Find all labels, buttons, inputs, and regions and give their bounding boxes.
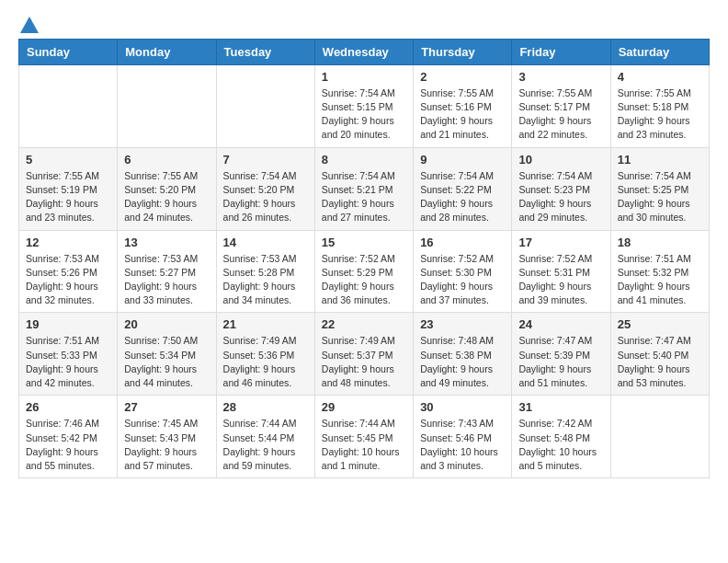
calendar-week-row: 12Sunrise: 7:53 AM Sunset: 5:26 PM Dayli… bbox=[19, 230, 710, 313]
day-number: 18 bbox=[618, 236, 702, 249]
calendar-day-cell: 31Sunrise: 7:42 AM Sunset: 5:48 PM Dayli… bbox=[512, 396, 610, 478]
day-info: Sunrise: 7:55 AM Sunset: 5:16 PM Dayligh… bbox=[420, 86, 505, 143]
day-info: Sunrise: 7:47 AM Sunset: 5:40 PM Dayligh… bbox=[618, 334, 702, 390]
day-of-week-header: Friday bbox=[512, 39, 610, 64]
day-info: Sunrise: 7:49 AM Sunset: 5:36 PM Dayligh… bbox=[223, 334, 308, 390]
day-info: Sunrise: 7:54 AM Sunset: 5:23 PM Dayligh… bbox=[518, 169, 603, 225]
day-info: Sunrise: 7:46 AM Sunset: 5:42 PM Dayligh… bbox=[26, 417, 110, 473]
day-info: Sunrise: 7:45 AM Sunset: 5:43 PM Dayligh… bbox=[124, 417, 209, 473]
calendar-week-row: 1Sunrise: 7:54 AM Sunset: 5:15 PM Daylig… bbox=[19, 64, 710, 147]
day-info: Sunrise: 7:54 AM Sunset: 5:15 PM Dayligh… bbox=[322, 86, 406, 143]
day-number: 31 bbox=[518, 400, 603, 414]
day-info: Sunrise: 7:42 AM Sunset: 5:48 PM Dayligh… bbox=[518, 417, 603, 473]
day-info: Sunrise: 7:55 AM Sunset: 5:18 PM Dayligh… bbox=[618, 86, 702, 143]
calendar-header-row: SundayMondayTuesdayWednesdayThursdayFrid… bbox=[19, 39, 710, 64]
day-info: Sunrise: 7:55 AM Sunset: 5:20 PM Dayligh… bbox=[124, 169, 209, 225]
calendar-day-cell: 26Sunrise: 7:46 AM Sunset: 5:42 PM Dayli… bbox=[19, 396, 118, 478]
svg-marker-0 bbox=[20, 17, 39, 33]
day-info: Sunrise: 7:53 AM Sunset: 5:27 PM Dayligh… bbox=[124, 252, 209, 308]
day-number: 7 bbox=[223, 153, 308, 167]
day-number: 15 bbox=[322, 236, 406, 249]
day-number: 17 bbox=[518, 236, 603, 249]
calendar-day-cell: 27Sunrise: 7:45 AM Sunset: 5:43 PM Dayli… bbox=[118, 396, 216, 478]
day-number: 5 bbox=[26, 153, 110, 167]
day-number: 2 bbox=[420, 70, 505, 84]
day-info: Sunrise: 7:44 AM Sunset: 5:44 PM Dayligh… bbox=[223, 417, 308, 473]
calendar-day-cell: 22Sunrise: 7:49 AM Sunset: 5:37 PM Dayli… bbox=[314, 313, 413, 396]
calendar-day-cell: 13Sunrise: 7:53 AM Sunset: 5:27 PM Dayli… bbox=[118, 230, 216, 313]
calendar-day-cell: 30Sunrise: 7:43 AM Sunset: 5:46 PM Dayli… bbox=[414, 396, 512, 478]
calendar-day-cell: 20Sunrise: 7:50 AM Sunset: 5:34 PM Dayli… bbox=[118, 313, 216, 396]
header bbox=[18, 15, 710, 28]
calendar-day-cell: 4Sunrise: 7:55 AM Sunset: 5:18 PM Daylig… bbox=[610, 64, 709, 147]
calendar-week-row: 26Sunrise: 7:46 AM Sunset: 5:42 PM Dayli… bbox=[19, 396, 710, 478]
calendar-day-cell: 9Sunrise: 7:54 AM Sunset: 5:22 PM Daylig… bbox=[414, 147, 512, 230]
day-number: 12 bbox=[26, 236, 110, 249]
day-info: Sunrise: 7:53 AM Sunset: 5:26 PM Dayligh… bbox=[26, 252, 110, 308]
day-of-week-header: Sunday bbox=[19, 39, 118, 64]
day-info: Sunrise: 7:54 AM Sunset: 5:25 PM Dayligh… bbox=[618, 169, 702, 225]
calendar-day-cell: 18Sunrise: 7:51 AM Sunset: 5:32 PM Dayli… bbox=[610, 230, 709, 313]
calendar-day-cell bbox=[19, 64, 118, 147]
calendar-day-cell: 12Sunrise: 7:53 AM Sunset: 5:26 PM Dayli… bbox=[19, 230, 118, 313]
calendar-day-cell: 15Sunrise: 7:52 AM Sunset: 5:29 PM Dayli… bbox=[314, 230, 413, 313]
calendar-day-cell: 28Sunrise: 7:44 AM Sunset: 5:44 PM Dayli… bbox=[216, 396, 314, 478]
calendar: SundayMondayTuesdayWednesdayThursdayFrid… bbox=[18, 39, 710, 478]
day-number: 11 bbox=[618, 153, 702, 167]
logo bbox=[18, 15, 37, 28]
calendar-day-cell bbox=[216, 64, 314, 147]
day-number: 21 bbox=[223, 317, 308, 331]
day-of-week-header: Tuesday bbox=[216, 39, 314, 64]
day-info: Sunrise: 7:49 AM Sunset: 5:37 PM Dayligh… bbox=[322, 334, 406, 390]
day-number: 24 bbox=[518, 317, 603, 331]
day-number: 30 bbox=[420, 400, 505, 414]
calendar-day-cell bbox=[610, 396, 709, 478]
calendar-day-cell: 14Sunrise: 7:53 AM Sunset: 5:28 PM Dayli… bbox=[216, 230, 314, 313]
day-number: 19 bbox=[26, 317, 110, 331]
calendar-day-cell: 16Sunrise: 7:52 AM Sunset: 5:30 PM Dayli… bbox=[414, 230, 512, 313]
day-info: Sunrise: 7:54 AM Sunset: 5:22 PM Dayligh… bbox=[420, 169, 505, 225]
day-info: Sunrise: 7:52 AM Sunset: 5:31 PM Dayligh… bbox=[518, 252, 603, 308]
day-info: Sunrise: 7:55 AM Sunset: 5:19 PM Dayligh… bbox=[26, 169, 110, 225]
calendar-day-cell: 29Sunrise: 7:44 AM Sunset: 5:45 PM Dayli… bbox=[314, 396, 413, 478]
calendar-day-cell: 11Sunrise: 7:54 AM Sunset: 5:25 PM Dayli… bbox=[610, 147, 709, 230]
calendar-day-cell: 6Sunrise: 7:55 AM Sunset: 5:20 PM Daylig… bbox=[118, 147, 216, 230]
calendar-day-cell: 7Sunrise: 7:54 AM Sunset: 5:20 PM Daylig… bbox=[216, 147, 314, 230]
calendar-day-cell: 5Sunrise: 7:55 AM Sunset: 5:19 PM Daylig… bbox=[19, 147, 118, 230]
calendar-day-cell bbox=[118, 64, 216, 147]
day-number: 8 bbox=[322, 153, 406, 167]
day-of-week-header: Wednesday bbox=[314, 39, 413, 64]
day-info: Sunrise: 7:51 AM Sunset: 5:32 PM Dayligh… bbox=[618, 252, 702, 308]
day-number: 14 bbox=[223, 236, 308, 249]
day-number: 3 bbox=[518, 70, 603, 84]
calendar-day-cell: 2Sunrise: 7:55 AM Sunset: 5:16 PM Daylig… bbox=[414, 64, 512, 147]
day-number: 1 bbox=[322, 70, 406, 84]
day-number: 13 bbox=[124, 236, 209, 249]
day-info: Sunrise: 7:55 AM Sunset: 5:17 PM Dayligh… bbox=[518, 86, 603, 143]
day-number: 4 bbox=[618, 70, 702, 84]
day-of-week-header: Saturday bbox=[610, 39, 709, 64]
day-info: Sunrise: 7:52 AM Sunset: 5:30 PM Dayligh… bbox=[420, 252, 505, 308]
day-info: Sunrise: 7:52 AM Sunset: 5:29 PM Dayligh… bbox=[322, 252, 406, 308]
calendar-day-cell: 1Sunrise: 7:54 AM Sunset: 5:15 PM Daylig… bbox=[314, 64, 413, 147]
day-number: 16 bbox=[420, 236, 505, 249]
day-number: 9 bbox=[420, 153, 505, 167]
day-number: 6 bbox=[124, 153, 209, 167]
day-number: 23 bbox=[420, 317, 505, 331]
day-number: 20 bbox=[124, 317, 209, 331]
calendar-day-cell: 17Sunrise: 7:52 AM Sunset: 5:31 PM Dayli… bbox=[512, 230, 610, 313]
day-info: Sunrise: 7:51 AM Sunset: 5:33 PM Dayligh… bbox=[26, 334, 110, 390]
day-of-week-header: Thursday bbox=[414, 39, 512, 64]
day-info: Sunrise: 7:48 AM Sunset: 5:38 PM Dayligh… bbox=[420, 334, 505, 390]
day-info: Sunrise: 7:47 AM Sunset: 5:39 PM Dayligh… bbox=[518, 334, 603, 390]
day-number: 28 bbox=[223, 400, 308, 414]
calendar-week-row: 5Sunrise: 7:55 AM Sunset: 5:19 PM Daylig… bbox=[19, 147, 710, 230]
day-info: Sunrise: 7:44 AM Sunset: 5:45 PM Dayligh… bbox=[322, 417, 406, 473]
day-number: 10 bbox=[518, 153, 603, 167]
day-number: 27 bbox=[124, 400, 209, 414]
calendar-day-cell: 8Sunrise: 7:54 AM Sunset: 5:21 PM Daylig… bbox=[314, 147, 413, 230]
calendar-day-cell: 24Sunrise: 7:47 AM Sunset: 5:39 PM Dayli… bbox=[512, 313, 610, 396]
day-of-week-header: Monday bbox=[118, 39, 216, 64]
calendar-day-cell: 23Sunrise: 7:48 AM Sunset: 5:38 PM Dayli… bbox=[414, 313, 512, 396]
day-info: Sunrise: 7:54 AM Sunset: 5:21 PM Dayligh… bbox=[322, 169, 406, 225]
